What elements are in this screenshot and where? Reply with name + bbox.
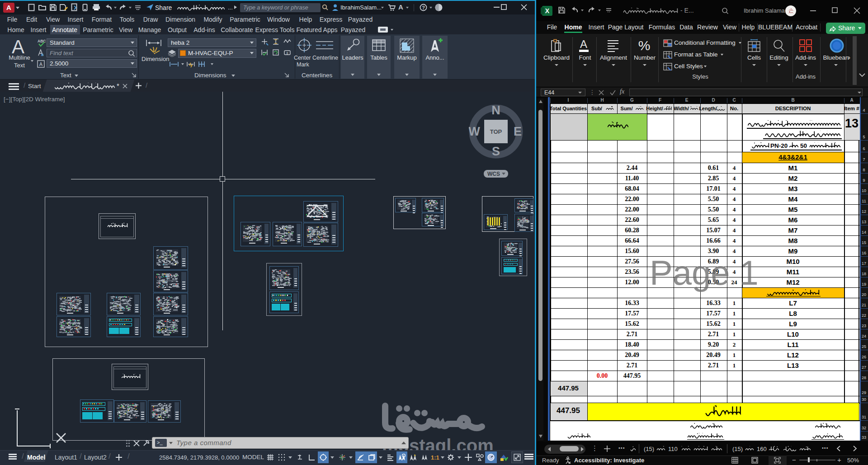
svg-text:ABC: ABC: [38, 39, 46, 43]
svg-text:S: S: [492, 145, 500, 158]
svg-text:?: ?: [422, 5, 425, 10]
svg-text:TOP: TOP: [490, 128, 502, 135]
svg-text:8: 8: [287, 52, 288, 55]
svg-text:B: B: [41, 53, 44, 57]
svg-text:W: W: [469, 125, 480, 138]
svg-text:%: %: [638, 39, 651, 52]
svg-text:E: E: [514, 125, 522, 138]
svg-text:A: A: [39, 61, 43, 67]
svg-text:N: N: [491, 104, 500, 117]
svg-text:A: A: [580, 39, 587, 50]
